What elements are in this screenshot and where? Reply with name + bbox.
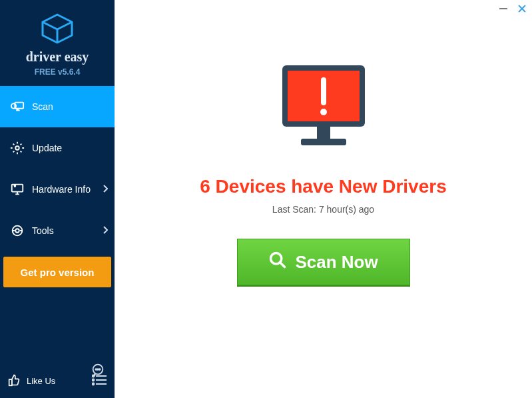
get-pro-label: Get pro version xyxy=(21,267,95,278)
brand-name: driver easy xyxy=(26,49,89,65)
like-us-label: Like Us xyxy=(27,376,55,386)
get-pro-button[interactable]: Get pro version xyxy=(3,257,111,287)
chevron-right-icon xyxy=(103,225,108,236)
svg-point-29 xyxy=(93,383,95,385)
speech-bubble-icon[interactable] xyxy=(91,363,105,380)
sidebar-nav: Scan Update i Hardware Info xyxy=(0,86,115,251)
gear-refresh-icon xyxy=(9,141,25,155)
main-panel: 6 Devices have New Drivers Last Scan: 7 … xyxy=(115,0,532,398)
like-us-button[interactable]: Like Us xyxy=(8,373,55,389)
sidebar-item-label: Scan xyxy=(32,101,53,112)
svg-rect-33 xyxy=(317,127,330,139)
sidebar-item-update[interactable]: Update xyxy=(0,127,115,169)
sidebar-item-label: Update xyxy=(32,143,62,153)
sidebar-footer: Like Us xyxy=(0,367,115,398)
svg-point-21 xyxy=(95,369,97,370)
svg-rect-24 xyxy=(9,379,12,385)
headline-suffix: Devices have New Drivers xyxy=(210,176,447,197)
minimize-icon[interactable] xyxy=(499,4,508,13)
scan-now-button[interactable]: Scan Now xyxy=(237,239,410,285)
magnify-icon xyxy=(268,251,287,274)
sidebar-item-label: Hardware Info xyxy=(32,184,91,195)
last-scan-label: Last Scan: 7 hour(s) ago xyxy=(272,204,374,215)
device-count: 6 xyxy=(200,176,210,197)
svg-point-36 xyxy=(320,109,327,115)
svg-point-17 xyxy=(15,229,19,233)
magnify-monitor-icon xyxy=(9,99,25,114)
sidebar-item-tools[interactable]: Tools xyxy=(0,210,115,251)
sidebar: driver easy FREE v5.6.4 Scan Update xyxy=(0,0,115,398)
logo-cube-icon xyxy=(39,12,76,47)
svg-point-22 xyxy=(97,369,99,370)
status-headline: 6 Devices have New Drivers xyxy=(200,176,446,197)
tools-icon xyxy=(9,223,25,238)
scan-now-label: Scan Now xyxy=(295,252,378,273)
sidebar-item-hardware-info[interactable]: i Hardware Info xyxy=(0,169,115,210)
sidebar-item-label: Tools xyxy=(32,225,54,236)
svg-point-10 xyxy=(15,146,19,150)
monitor-info-icon: i xyxy=(9,182,25,197)
close-icon[interactable] xyxy=(517,4,527,13)
svg-line-38 xyxy=(280,262,285,267)
svg-point-23 xyxy=(99,369,101,370)
sidebar-item-scan[interactable]: Scan xyxy=(0,86,115,127)
brand-version: FREE v5.6.4 xyxy=(35,67,81,77)
svg-rect-34 xyxy=(301,139,346,145)
brand-area: driver easy FREE v5.6.4 xyxy=(0,0,115,86)
alert-monitor-graphic xyxy=(274,60,374,160)
svg-rect-11 xyxy=(12,185,23,192)
chevron-right-icon xyxy=(103,184,108,195)
thumbs-up-icon xyxy=(8,373,21,389)
